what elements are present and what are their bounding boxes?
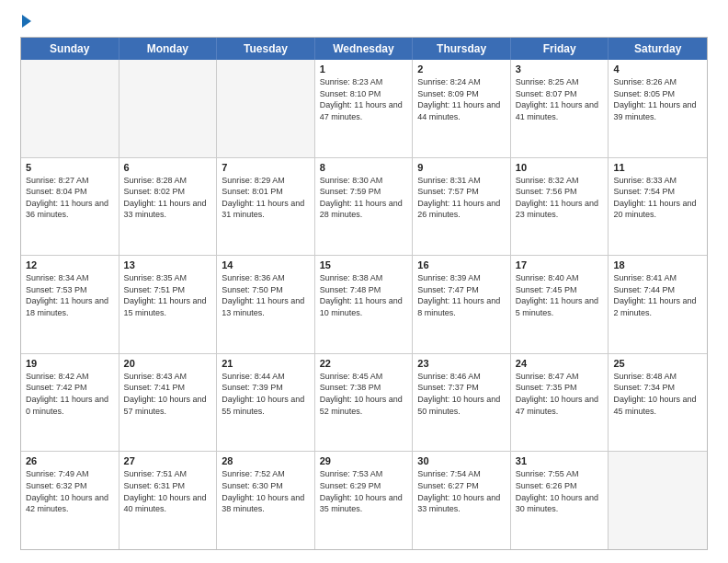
calendar-cell: 16Sunrise: 8:39 AM Sunset: 7:47 PM Dayli… <box>413 256 511 353</box>
day-number: 29 <box>320 455 408 466</box>
calendar-cell: 19Sunrise: 8:42 AM Sunset: 7:42 PM Dayli… <box>21 354 119 452</box>
logo <box>20 17 31 28</box>
calendar-cell <box>609 452 707 549</box>
day-info: Sunrise: 8:26 AM Sunset: 8:05 PM Dayligh… <box>613 76 702 122</box>
day-number: 5 <box>26 162 114 173</box>
day-number: 28 <box>222 455 310 466</box>
day-number: 3 <box>516 63 604 75</box>
calendar-cell: 13Sunrise: 8:35 AM Sunset: 7:51 PM Dayli… <box>119 256 218 353</box>
day-number: 6 <box>124 162 212 173</box>
day-info: Sunrise: 8:45 AM Sunset: 7:38 PM Dayligh… <box>320 371 408 417</box>
calendar-cell: 6Sunrise: 8:28 AM Sunset: 8:02 PM Daylig… <box>119 158 218 256</box>
calendar-header-row: SundayMondayTuesdayWednesdayThursdayFrid… <box>21 38 707 60</box>
calendar-cell: 8Sunrise: 8:30 AM Sunset: 7:59 PM Daylig… <box>315 158 414 256</box>
calendar-cell: 15Sunrise: 8:38 AM Sunset: 7:48 PM Dayli… <box>315 256 414 353</box>
day-number: 7 <box>222 162 310 173</box>
calendar-header-cell: Sunday <box>21 38 119 60</box>
day-info: Sunrise: 8:24 AM Sunset: 8:09 PM Dayligh… <box>417 76 506 122</box>
calendar-row: 5Sunrise: 8:27 AM Sunset: 8:04 PM Daylig… <box>21 158 707 257</box>
day-info: Sunrise: 8:34 AM Sunset: 7:53 PM Dayligh… <box>26 272 114 318</box>
day-number: 20 <box>124 358 212 369</box>
day-info: Sunrise: 8:36 AM Sunset: 7:50 PM Dayligh… <box>222 272 310 318</box>
day-info: Sunrise: 8:32 AM Sunset: 7:56 PM Dayligh… <box>516 175 604 221</box>
day-info: Sunrise: 7:54 AM Sunset: 6:27 PM Dayligh… <box>417 468 506 514</box>
day-number: 31 <box>516 455 604 466</box>
calendar-cell: 14Sunrise: 8:36 AM Sunset: 7:50 PM Dayli… <box>217 256 315 353</box>
day-number: 9 <box>417 162 506 173</box>
day-info: Sunrise: 8:47 AM Sunset: 7:35 PM Dayligh… <box>516 371 604 417</box>
calendar-cell: 18Sunrise: 8:41 AM Sunset: 7:44 PM Dayli… <box>609 256 707 353</box>
calendar-cell: 20Sunrise: 8:43 AM Sunset: 7:41 PM Dayli… <box>119 354 218 452</box>
day-number: 2 <box>417 63 506 75</box>
day-number: 10 <box>516 162 604 173</box>
calendar-cell: 2Sunrise: 8:24 AM Sunset: 8:09 PM Daylig… <box>413 60 511 157</box>
calendar-cell: 7Sunrise: 8:29 AM Sunset: 8:01 PM Daylig… <box>217 158 315 256</box>
day-number: 21 <box>222 358 310 369</box>
day-info: Sunrise: 7:52 AM Sunset: 6:30 PM Dayligh… <box>222 468 310 514</box>
day-info: Sunrise: 8:43 AM Sunset: 7:41 PM Dayligh… <box>124 371 212 417</box>
calendar-cell: 17Sunrise: 8:40 AM Sunset: 7:45 PM Dayli… <box>511 256 609 353</box>
day-info: Sunrise: 8:33 AM Sunset: 7:54 PM Dayligh… <box>613 175 702 221</box>
calendar-header-cell: Saturday <box>609 38 707 60</box>
calendar-cell: 31Sunrise: 7:55 AM Sunset: 6:26 PM Dayli… <box>511 452 609 549</box>
day-number: 14 <box>222 259 310 270</box>
day-info: Sunrise: 8:23 AM Sunset: 8:10 PM Dayligh… <box>320 76 408 122</box>
day-info: Sunrise: 8:25 AM Sunset: 8:07 PM Dayligh… <box>516 76 604 122</box>
calendar-header-cell: Monday <box>119 38 218 60</box>
calendar-cell: 4Sunrise: 8:26 AM Sunset: 8:05 PM Daylig… <box>609 60 707 157</box>
page: SundayMondayTuesdayWednesdayThursdayFrid… <box>0 0 728 563</box>
day-number: 18 <box>613 259 702 270</box>
calendar-cell: 10Sunrise: 8:32 AM Sunset: 7:56 PM Dayli… <box>511 158 609 256</box>
calendar-cell: 29Sunrise: 7:53 AM Sunset: 6:29 PM Dayli… <box>315 452 414 549</box>
day-info: Sunrise: 8:39 AM Sunset: 7:47 PM Dayligh… <box>417 272 506 318</box>
day-info: Sunrise: 8:44 AM Sunset: 7:39 PM Dayligh… <box>222 371 310 417</box>
day-number: 12 <box>26 259 114 270</box>
calendar-cell: 22Sunrise: 8:45 AM Sunset: 7:38 PM Dayli… <box>315 354 414 452</box>
day-info: Sunrise: 8:35 AM Sunset: 7:51 PM Dayligh… <box>124 272 212 318</box>
calendar: SundayMondayTuesdayWednesdayThursdayFrid… <box>20 37 708 550</box>
calendar-row: 19Sunrise: 8:42 AM Sunset: 7:42 PM Dayli… <box>21 354 707 453</box>
day-info: Sunrise: 8:42 AM Sunset: 7:42 PM Dayligh… <box>26 371 114 417</box>
day-number: 4 <box>613 63 702 75</box>
day-info: Sunrise: 8:28 AM Sunset: 8:02 PM Dayligh… <box>124 175 212 221</box>
day-number: 26 <box>26 455 114 466</box>
day-info: Sunrise: 8:46 AM Sunset: 7:37 PM Dayligh… <box>417 371 506 417</box>
day-info: Sunrise: 8:31 AM Sunset: 7:57 PM Dayligh… <box>417 175 506 221</box>
calendar-cell: 5Sunrise: 8:27 AM Sunset: 8:04 PM Daylig… <box>21 158 119 256</box>
day-info: Sunrise: 7:49 AM Sunset: 6:32 PM Dayligh… <box>26 468 114 514</box>
calendar-cell: 21Sunrise: 8:44 AM Sunset: 7:39 PM Dayli… <box>217 354 315 452</box>
calendar-header-cell: Thursday <box>413 38 511 60</box>
day-number: 30 <box>417 455 506 466</box>
calendar-row: 12Sunrise: 8:34 AM Sunset: 7:53 PM Dayli… <box>21 256 707 354</box>
calendar-cell: 12Sunrise: 8:34 AM Sunset: 7:53 PM Dayli… <box>21 256 119 353</box>
calendar-row: 26Sunrise: 7:49 AM Sunset: 6:32 PM Dayli… <box>21 452 707 549</box>
day-number: 1 <box>320 63 408 75</box>
day-number: 25 <box>613 358 702 369</box>
day-number: 27 <box>124 455 212 466</box>
calendar-cell: 9Sunrise: 8:31 AM Sunset: 7:57 PM Daylig… <box>413 158 511 256</box>
calendar-cell <box>21 60 119 157</box>
calendar-cell: 30Sunrise: 7:54 AM Sunset: 6:27 PM Dayli… <box>413 452 511 549</box>
calendar-cell: 24Sunrise: 8:47 AM Sunset: 7:35 PM Dayli… <box>511 354 609 452</box>
day-number: 24 <box>516 358 604 369</box>
day-info: Sunrise: 8:48 AM Sunset: 7:34 PM Dayligh… <box>613 371 702 417</box>
day-number: 8 <box>320 162 408 173</box>
calendar-cell <box>217 60 315 157</box>
day-number: 16 <box>417 259 506 270</box>
day-number: 22 <box>320 358 408 369</box>
day-number: 13 <box>124 259 212 270</box>
calendar-cell: 11Sunrise: 8:33 AM Sunset: 7:54 PM Dayli… <box>609 158 707 256</box>
calendar-cell: 28Sunrise: 7:52 AM Sunset: 6:30 PM Dayli… <box>217 452 315 549</box>
day-info: Sunrise: 8:29 AM Sunset: 8:01 PM Dayligh… <box>222 175 310 221</box>
day-info: Sunrise: 7:55 AM Sunset: 6:26 PM Dayligh… <box>516 468 604 514</box>
calendar-cell <box>119 60 218 157</box>
calendar-cell: 25Sunrise: 8:48 AM Sunset: 7:34 PM Dayli… <box>609 354 707 452</box>
calendar-cell: 27Sunrise: 7:51 AM Sunset: 6:31 PM Dayli… <box>119 452 218 549</box>
day-number: 11 <box>613 162 702 173</box>
day-info: Sunrise: 8:41 AM Sunset: 7:44 PM Dayligh… <box>613 272 702 318</box>
calendar-cell: 23Sunrise: 8:46 AM Sunset: 7:37 PM Dayli… <box>413 354 511 452</box>
calendar-header-cell: Friday <box>511 38 609 60</box>
day-info: Sunrise: 8:27 AM Sunset: 8:04 PM Dayligh… <box>26 175 114 221</box>
calendar-cell: 1Sunrise: 8:23 AM Sunset: 8:10 PM Daylig… <box>315 60 414 157</box>
calendar-row: 1Sunrise: 8:23 AM Sunset: 8:10 PM Daylig… <box>21 60 707 158</box>
